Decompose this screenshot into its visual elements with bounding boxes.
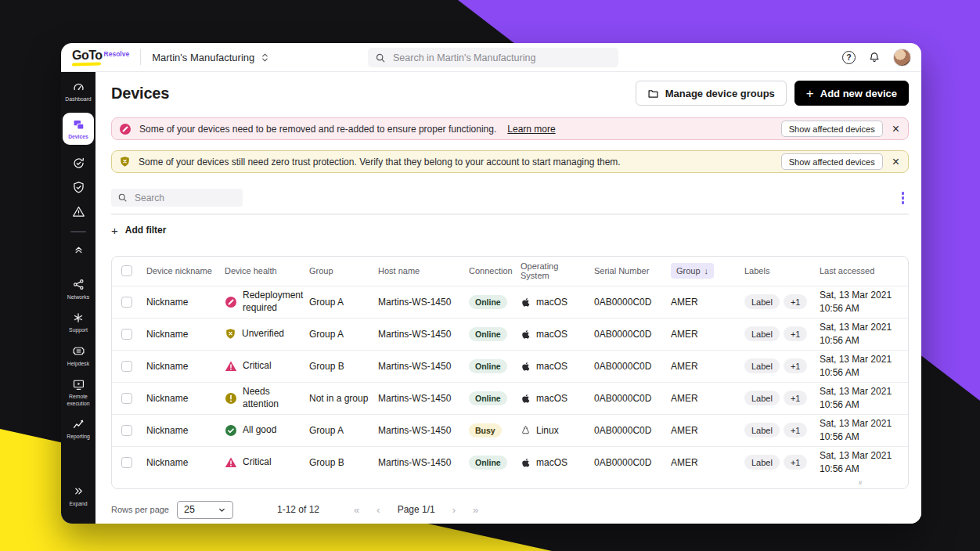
show-affected-devices-button[interactable]: Show affected devices — [781, 121, 883, 137]
label-pill[interactable]: Label — [744, 294, 780, 309]
column-header[interactable]: Device nickname — [146, 266, 225, 276]
topbar-actions: ? — [842, 49, 911, 67]
select-all-checkbox[interactable] — [121, 265, 132, 276]
sidebar-item-networks[interactable]: Networks — [63, 278, 94, 301]
sidebar-item-collapse[interactable] — [63, 243, 94, 257]
sidebar-item-sessions[interactable] — [63, 157, 94, 171]
top-bar: GoTo Resolve Martin's Manufacturing ? — [61, 43, 921, 72]
column-header[interactable]: Host name — [378, 266, 469, 276]
show-affected-devices-button[interactable]: Show affected devices — [781, 153, 883, 170]
host-name: Martins-WS-1450 — [378, 297, 469, 308]
sidebar-item-label: Expand — [69, 501, 87, 507]
column-header[interactable]: Connection — [469, 266, 521, 276]
device-group: Group B — [309, 457, 378, 468]
user-avatar[interactable] — [893, 49, 911, 67]
reporting-icon — [72, 417, 85, 431]
column-header[interactable]: Operating System — [521, 261, 594, 280]
device-region-group: AMER — [671, 425, 744, 436]
sidebar-item-expand[interactable]: Expand — [63, 484, 94, 507]
column-header[interactable]: Serial Number — [594, 266, 671, 276]
warning-circle-icon — [225, 392, 237, 405]
sidebar-item-dashboard[interactable]: Dashboard — [63, 80, 94, 103]
label-pill[interactable]: +1 — [784, 423, 808, 438]
networks-icon — [72, 278, 85, 292]
notifications-bell-icon[interactable] — [867, 50, 881, 64]
row-checkbox[interactable] — [121, 425, 132, 436]
device-row[interactable]: NicknameRedeployment requiredGroup AMart… — [112, 286, 908, 318]
label-pill[interactable]: Label — [744, 391, 780, 405]
logo-text: GoTo — [72, 49, 103, 62]
label-pill[interactable]: +1 — [784, 455, 808, 470]
device-row[interactable]: NicknameCriticalGroup BMartins-WS-1450On… — [112, 446, 908, 478]
label-pill[interactable]: +1 — [784, 294, 808, 309]
row-checkbox[interactable] — [121, 297, 132, 308]
manage-device-groups-button[interactable]: Manage device groups — [636, 81, 787, 106]
row-checkbox[interactable] — [121, 457, 132, 468]
sidebar-item-remote-execution[interactable]: Remote execution — [63, 377, 94, 407]
apple-icon — [521, 393, 531, 404]
row-checkbox[interactable] — [121, 393, 132, 404]
add-new-device-button[interactable]: + Add new device — [794, 81, 909, 106]
device-row[interactable]: NicknameNeeds attentionNot in a groupMar… — [112, 382, 908, 414]
sidebar-item-devices[interactable]: Devices — [63, 113, 94, 144]
label-pill[interactable]: Label — [744, 326, 780, 341]
scrollbar-hint-icon[interactable]: ≈ — [857, 481, 865, 484]
sidebar-item-protection[interactable] — [63, 181, 94, 195]
close-icon[interactable]: × — [891, 156, 901, 168]
device-row[interactable]: NicknameUnverifiedGroup AMartins-WS-1450… — [112, 318, 908, 350]
global-search-input[interactable] — [391, 52, 611, 64]
sidebar-item-alerts[interactable] — [63, 205, 94, 219]
learn-more-link[interactable]: Learn more — [507, 124, 555, 135]
sidebar-item-reporting[interactable]: Reporting — [63, 417, 94, 440]
device-nickname: Nickname — [146, 393, 225, 404]
row-checkbox[interactable] — [121, 329, 132, 340]
connection-status: Busy — [469, 423, 521, 438]
expand-icon — [73, 484, 85, 499]
device-row[interactable]: NicknameAll goodGroup AMartins-WS-1450Bu… — [112, 414, 908, 446]
device-row[interactable]: NicknameCriticalGroup BMartins-WS-1450On… — [112, 350, 908, 382]
host-name: Martins-WS-1450 — [378, 361, 469, 372]
last-page-button[interactable]: » — [473, 504, 478, 516]
next-page-button[interactable]: › — [452, 504, 456, 516]
column-header[interactable]: Group — [309, 266, 378, 276]
column-header[interactable]: Labels — [744, 266, 820, 276]
sort-desc-icon: ↓ — [704, 266, 709, 276]
host-name: Martins-WS-1450 — [378, 393, 469, 404]
label-pill[interactable]: Label — [744, 455, 780, 470]
chevrons-up-icon — [73, 243, 85, 257]
global-search[interactable] — [368, 48, 618, 67]
column-header-sorted[interactable]: Group ↓ — [671, 263, 744, 279]
prev-page-button[interactable]: ‹ — [377, 504, 380, 516]
label-pill[interactable]: +1 — [784, 391, 808, 405]
goto-logo[interactable]: GoTo Resolve — [72, 49, 129, 65]
row-checkbox[interactable] — [121, 361, 132, 372]
column-header[interactable]: Device health — [225, 266, 309, 276]
check-circle-icon — [225, 424, 237, 437]
table-search-input[interactable] — [133, 192, 236, 204]
device-labels: Label+1 — [744, 294, 820, 309]
first-page-button[interactable]: « — [354, 504, 359, 516]
table-search[interactable] — [111, 189, 243, 207]
alert-banner-error: Some of your devices need to be removed … — [111, 117, 909, 140]
device-health: Needs attention — [225, 386, 309, 410]
close-icon[interactable]: × — [891, 123, 901, 135]
label-pill[interactable]: +1 — [784, 326, 808, 341]
organization-selector[interactable]: Martin's Manufacturing — [152, 52, 269, 63]
logo-underline — [72, 62, 101, 66]
rows-per-page-select[interactable]: 25 — [177, 501, 233, 519]
chevron-updown-icon — [261, 52, 269, 63]
topbar-divider — [140, 49, 141, 65]
label-pill[interactable]: +1 — [784, 358, 808, 373]
sidebar-divider — [70, 231, 86, 232]
sidebar-item-helpdesk[interactable]: Helpdesk — [63, 344, 94, 367]
label-pill[interactable]: Label — [744, 358, 780, 373]
kebab-menu-icon[interactable] — [897, 189, 910, 207]
column-header[interactable]: Last accessed — [820, 266, 908, 276]
help-icon[interactable]: ? — [842, 51, 856, 64]
label-pill[interactable]: Label — [744, 423, 780, 438]
sidebar-item-support[interactable]: Support — [63, 311, 94, 333]
add-filter-button[interactable]: + Add filter — [111, 224, 166, 237]
alert-triangle-icon — [225, 360, 237, 373]
shield-check-icon — [72, 181, 85, 195]
toolbar-divider — [111, 214, 909, 214]
